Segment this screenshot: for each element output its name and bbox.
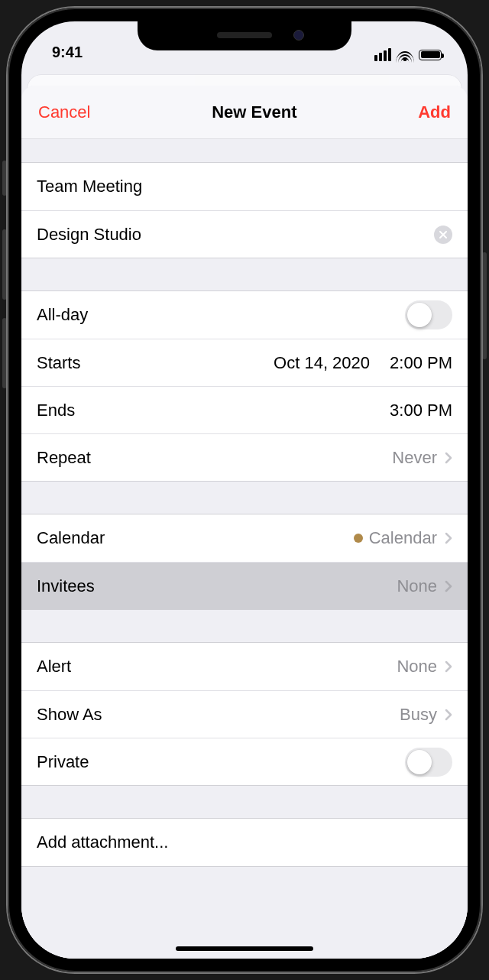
private-label: Private — [37, 752, 89, 772]
show-as-value: Busy — [400, 705, 437, 725]
title-location-group: Team Meeting Design Studio — [21, 162, 468, 258]
time-group: All-day Starts Oct 14, 2020 2:00 PM Ends… — [21, 290, 468, 482]
invitees-label: Invitees — [37, 576, 95, 596]
chevron-right-icon — [445, 452, 452, 464]
private-row[interactable]: Private — [21, 738, 468, 785]
private-toggle[interactable] — [405, 748, 452, 777]
repeat-label: Repeat — [37, 448, 91, 468]
ends-row[interactable]: Ends 3:00 PM — [21, 386, 468, 433]
new-event-sheet: Cancel New Event Add Team Meeting Design… — [21, 86, 468, 959]
event-location-field[interactable]: Design Studio — [21, 210, 468, 258]
alert-label: Alert — [37, 657, 71, 677]
calendar-label: Calendar — [37, 528, 105, 548]
calendar-row[interactable]: Calendar Calendar — [21, 514, 468, 562]
all-day-label: All-day — [37, 305, 88, 325]
wifi-icon — [397, 49, 413, 61]
show-as-label: Show As — [37, 705, 102, 725]
alert-row[interactable]: Alert None — [21, 643, 468, 690]
calendar-value: Calendar — [369, 528, 437, 548]
chevron-right-icon — [445, 709, 452, 721]
repeat-row[interactable]: Repeat Never — [21, 433, 468, 481]
cellular-icon — [374, 48, 391, 61]
chevron-right-icon — [445, 660, 452, 673]
battery-icon — [419, 50, 442, 60]
chevron-right-icon — [445, 532, 452, 544]
starts-date-value: Oct 14, 2020 — [274, 353, 370, 373]
clear-location-icon[interactable] — [434, 226, 452, 244]
calendar-color-dot — [354, 534, 363, 543]
ends-label: Ends — [37, 401, 75, 420]
add-button[interactable]: Add — [418, 102, 451, 122]
add-attachment-row[interactable]: Add attachment... — [21, 819, 468, 866]
nav-bar: Cancel New Event Add — [21, 86, 468, 139]
invitees-row[interactable]: Invitees None — [21, 562, 468, 609]
starts-label: Starts — [37, 353, 80, 373]
screen: 9:41 Cancel New Event Add Team Meeting — [21, 21, 468, 959]
repeat-value: Never — [392, 448, 437, 468]
event-title-field[interactable]: Team Meeting — [21, 163, 468, 210]
notch — [138, 21, 351, 50]
alert-value: None — [397, 657, 437, 677]
alert-group: Alert None Show As Busy — [21, 642, 468, 786]
chevron-right-icon — [445, 580, 452, 592]
device-frame: 9:41 Cancel New Event Add Team Meeting — [8, 8, 481, 972]
home-indicator[interactable] — [176, 946, 313, 951]
starts-time-value: 2:00 PM — [390, 353, 452, 373]
ends-time-value: 3:00 PM — [390, 401, 452, 420]
calendar-group: Calendar Calendar Invitees None — [21, 514, 468, 610]
add-attachment-label: Add attachment... — [37, 832, 168, 852]
form-scroll[interactable]: Team Meeting Design Studio — [21, 139, 468, 959]
event-location-value: Design Studio — [37, 225, 141, 245]
event-title-value: Team Meeting — [37, 177, 142, 196]
attachment-group: Add attachment... — [21, 818, 468, 867]
all-day-toggle[interactable] — [405, 300, 452, 329]
show-as-row[interactable]: Show As Busy — [21, 690, 468, 738]
all-day-row[interactable]: All-day — [21, 291, 468, 339]
page-title: New Event — [212, 102, 296, 122]
cancel-button[interactable]: Cancel — [38, 102, 90, 122]
invitees-value: None — [397, 576, 437, 596]
status-time: 9:41 — [52, 44, 83, 61]
starts-row[interactable]: Starts Oct 14, 2020 2:00 PM — [21, 339, 468, 386]
